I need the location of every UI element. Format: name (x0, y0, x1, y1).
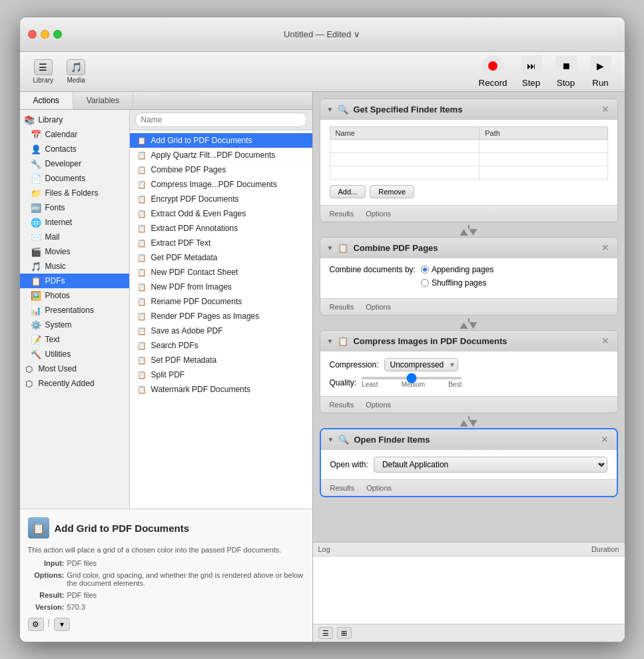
minimize-button[interactable] (41, 30, 49, 39)
sidebar-item-documents[interactable]: 📄Documents (20, 171, 129, 186)
info-button[interactable]: ▾ (54, 618, 70, 631)
sidebar-item-developer[interactable]: 🔧Developer (20, 156, 129, 171)
action-item-extract-text[interactable]: 📋Extract PDF Text (130, 236, 312, 250)
action-icon-new-contact-sheet: 📋 (137, 267, 147, 278)
library-button[interactable]: ☰ Library (28, 57, 59, 87)
combine-pdf-collapse[interactable]: ▼ (327, 244, 334, 252)
radio-shuffling[interactable]: Shuffling pages (421, 278, 487, 288)
sidebar-item-text[interactable]: 📝Text (20, 332, 129, 347)
cat-label-photos: Photos (45, 291, 70, 300)
action-item-get-metadata[interactable]: 📋Get PDF Metadata (130, 250, 312, 265)
results-tab-4[interactable]: Results (328, 483, 358, 493)
results-tab[interactable]: Results (327, 208, 357, 219)
sidebar-item-library[interactable]: 📚Library (20, 112, 129, 127)
compress-images-collapse[interactable]: ▼ (327, 337, 334, 345)
cat-icon-presentations: 📊 (31, 305, 41, 316)
action-label-split-pdf: Split PDF (151, 370, 185, 379)
sidebar-item-movies[interactable]: 🎬Movies (20, 244, 129, 259)
options-value: Grid color, grid spacing, and whether th… (67, 571, 304, 587)
sidebar-item-music[interactable]: 🎵Music (20, 259, 129, 274)
action-item-set-metadata[interactable]: 📋Set PDF Metadata (130, 353, 312, 367)
sidebar-item-presentations[interactable]: 📊Presentations (20, 303, 129, 318)
options-tab-2[interactable]: Options (363, 302, 394, 312)
quality-slider[interactable] (362, 377, 462, 379)
action-item-combine-pdf[interactable]: 📋Combine PDF Pages (130, 162, 312, 177)
cat-icon-music: 🎵 (31, 261, 41, 272)
action-item-new-contact-sheet[interactable]: 📋New PDF Contact Sheet (130, 265, 312, 280)
action-item-apply-quartz[interactable]: 📋Apply Quartz Filt...PDF Documents (130, 148, 312, 162)
close-button[interactable] (28, 30, 37, 39)
table-row (330, 166, 607, 180)
sidebar-item-photos[interactable]: 🖼️Photos (20, 288, 129, 303)
compression-select[interactable]: Uncompressed Low Medium High (384, 358, 458, 371)
input-value: PDF files (67, 559, 304, 567)
settings-button[interactable]: ⚙ (28, 618, 44, 631)
left-panel: Actions Variables 📚Library📅Calendar👤Cont… (20, 92, 313, 642)
log-list-view[interactable]: ☰ (318, 627, 333, 639)
toolbar: ☰ Library 🎵 Media Record ⏭ Step ⏹ S (20, 52, 625, 92)
options-tab-3[interactable]: Options (363, 399, 394, 410)
cat-label-files-folders: Files & Folders (45, 188, 99, 198)
add-button[interactable]: Add... (330, 185, 366, 198)
action-label-extract-odd-even: Extract Odd & Even Pages (151, 209, 246, 218)
options-tab-4[interactable]: Options (364, 483, 394, 493)
open-with-select[interactable]: Default Application Finder Preview (374, 457, 607, 473)
stop-button[interactable]: ⏹ Stop (550, 53, 582, 91)
cat-icon-library: 📚 (24, 114, 35, 125)
options-tab[interactable]: Options (363, 208, 394, 219)
open-finder-collapse[interactable]: ▼ (328, 436, 334, 443)
sidebar-item-contacts[interactable]: 👤Contacts (20, 142, 129, 156)
action-item-add-grid[interactable]: 📋Add Grid to PDF Documents (130, 133, 312, 148)
get-finder-close[interactable]: ✕ (600, 104, 611, 114)
radio-appending[interactable]: Appending pages (421, 265, 493, 274)
record-button[interactable]: Record (474, 53, 513, 91)
search-input[interactable] (135, 112, 307, 127)
sidebar-item-fonts[interactable]: 🔤Fonts (20, 200, 129, 215)
maximize-button[interactable] (53, 30, 62, 39)
action-item-render-pages[interactable]: 📋Render PDF Pages as Images (130, 309, 312, 324)
radio-appending-input[interactable] (421, 266, 429, 274)
sidebar-item-mail[interactable]: ✉️Mail (20, 230, 129, 244)
action-item-new-from-images[interactable]: 📋New PDF from Images (130, 280, 312, 294)
get-finder-collapse[interactable]: ▼ (327, 106, 334, 113)
workflow-area: ▼ 🔍 Get Specified Finder Items ✕ Name Pa… (313, 92, 625, 542)
radio-shuffling-input[interactable] (421, 279, 429, 287)
action-item-save-adobe[interactable]: 📋Save as Adobe PDF (130, 324, 312, 338)
sidebar-item-recently-added[interactable]: ⬡Recently Added (20, 376, 129, 391)
sidebar-item-files-folders[interactable]: 📁Files & Folders (20, 186, 129, 200)
compress-images-close[interactable]: ✕ (600, 335, 611, 346)
action-item-extract-odd-even[interactable]: 📋Extract Odd & Even Pages (130, 206, 312, 221)
results-tab-2[interactable]: Results (327, 302, 357, 312)
action-item-split-pdf[interactable]: 📋Split PDF (130, 367, 312, 382)
sidebar-item-utilities[interactable]: 🔨Utilities (20, 347, 129, 361)
tab-variables[interactable]: Variables (73, 92, 133, 109)
sidebar-item-internet[interactable]: 🌐Internet (20, 215, 129, 230)
run-button[interactable]: ▶ Run (585, 53, 617, 91)
action-item-watermark[interactable]: 📋Watermark PDF Documents (130, 382, 312, 397)
action-item-extract-annotations[interactable]: 📋Extract PDF Annotations (130, 221, 312, 236)
window-title: Untitled — Edited ∨ (284, 29, 360, 39)
log-grid-view[interactable]: ⊞ (337, 627, 352, 639)
results-tab-3[interactable]: Results (327, 399, 357, 410)
log-body (313, 556, 625, 624)
cat-icon-documents: 📄 (31, 173, 41, 184)
step-button[interactable]: ⏭ Step (515, 53, 547, 91)
action-label-set-metadata: Set PDF Metadata (151, 355, 217, 365)
combine-pdf-close[interactable]: ✕ (600, 242, 611, 253)
action-item-compress-image[interactable]: 📋Compress Image...PDF Documents (130, 177, 312, 192)
sidebar-item-calendar[interactable]: 📅Calendar (20, 127, 129, 142)
action-item-rename-pdf[interactable]: 📋Rename PDF Documents (130, 294, 312, 309)
action-label-search-pdfs: Search PDFs (151, 341, 198, 350)
action-item-encrypt-pdf[interactable]: 📋Encrypt PDF Documents (130, 192, 312, 206)
compress-images-title: Compress Images in PDF Documents (353, 336, 595, 346)
media-button[interactable]: 🎵 Media (61, 57, 91, 87)
sidebar-item-pdfs[interactable]: 📋PDFs (20, 274, 129, 288)
remove-button[interactable]: Remove (370, 185, 414, 198)
stop-label: Stop (557, 78, 575, 88)
tab-actions[interactable]: Actions (20, 92, 73, 109)
sidebar-item-most-used[interactable]: ⬡Most Used (20, 361, 129, 376)
open-finder-close[interactable]: ✕ (599, 434, 610, 445)
action-item-search-pdfs[interactable]: 📋Search PDFs (130, 338, 312, 353)
sidebar-item-system[interactable]: ⚙️System (20, 318, 129, 332)
combine-pdf-footer: Results Options (320, 298, 617, 315)
